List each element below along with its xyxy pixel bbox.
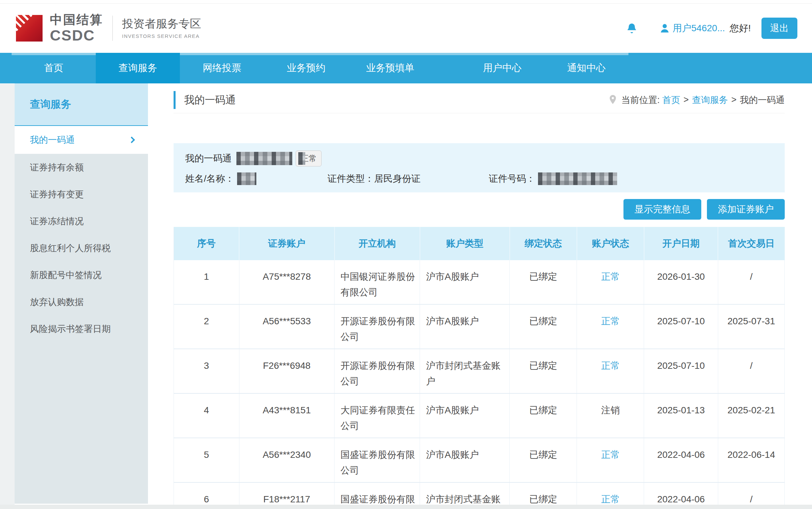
table-header-1: 证券账户	[239, 227, 335, 260]
nav-item-2[interactable]: 网络投票	[180, 53, 264, 83]
greeting-text: 您好!	[729, 22, 751, 35]
status-badge: 正常	[295, 150, 321, 166]
table-row: 2A56***5533开源证券股份有限公司沪市A股账户已绑定正常2025-07-…	[174, 304, 785, 349]
account-label: 我的一码通	[185, 152, 232, 165]
cert-no-segment: 证件号码：	[489, 172, 617, 185]
logout-button[interactable]: 退出	[761, 18, 798, 39]
table-cell: 沪市A股账户	[420, 394, 510, 438]
table-cell: 2026-01-30	[644, 260, 718, 304]
table-cell: 2025-07-31	[718, 304, 784, 349]
table-header-6: 开户日期	[644, 227, 718, 260]
table-header-3: 账户类型	[420, 227, 510, 260]
table-cell: A75***8278	[239, 260, 335, 304]
breadcrumb-section-link[interactable]: 查询服务	[692, 94, 728, 106]
sidebar-item-0[interactable]: 我的一码通	[14, 126, 148, 154]
table-cell: 沪市A股账户	[420, 260, 510, 304]
page-title-row: 我的一码通 当前位置: 首页 > 查询服务 > 我的一码通	[174, 92, 785, 113]
accounts-table-wrap: 序号证券账户开立机构账户类型绑定状态账户状态开户日期首次交易日 1A75***8…	[174, 227, 785, 509]
left-gutter	[0, 84, 14, 509]
table-cell: 正常	[577, 304, 644, 349]
account-number-line: 我的一码通 正常	[185, 151, 785, 166]
sidebar-item-7[interactable]: 风险揭示书签署日期	[14, 315, 148, 342]
table-cell: 大同证券有限责任公司	[335, 394, 420, 438]
redacted-cert-number	[538, 172, 617, 185]
table-cell: 中国银河证券股份有限公司	[335, 260, 420, 304]
nav-item-6[interactable]: 通知中心	[544, 53, 628, 83]
table-row: 5A56***2340国盛证券股份有限公司沪市A股账户已绑定正常2022-04-…	[174, 438, 785, 482]
table-cell: 2025-02-21	[718, 394, 784, 438]
sidebar-item-6[interactable]: 放弃认购数据	[14, 289, 148, 315]
table-cell: 2	[174, 304, 240, 349]
table-cell: 已绑定	[510, 260, 577, 304]
action-buttons: 显示完整信息 添加证券账户	[174, 199, 785, 219]
logo-cn-text: 中国结算	[50, 13, 103, 26]
sidebar-item-5[interactable]: 新股配号中签情况	[14, 262, 148, 289]
table-cell: 已绑定	[510, 438, 577, 482]
table-cell: A56***2340	[239, 438, 335, 482]
sidebar-item-3[interactable]: 证券冻结情况	[14, 208, 148, 235]
content-layout: 查询服务 我的一码通 证券持有余额证券持有变更证券冻结情况股息红利个人所得税新股…	[0, 83, 812, 509]
chevron-right-icon	[128, 137, 135, 143]
table-cell: 正常	[577, 438, 644, 482]
table-cell: 2025-07-10	[644, 304, 718, 349]
nav-item-5[interactable]: 用户中心	[460, 53, 544, 83]
nav-item-0[interactable]: 首页	[12, 53, 96, 83]
site-title-block: 投资者服务专区 INVESTORS SERVICE AREA	[122, 18, 201, 39]
breadcrumb-home-link[interactable]: 首页	[662, 94, 680, 106]
location-pin-icon	[608, 94, 617, 106]
cert-type-segment: 证件类型：居民身份证	[327, 172, 489, 185]
table-cell: 正常	[577, 260, 644, 304]
main-nav: 首页查询服务网络投票业务预约业务预填单用户中心通知中心	[0, 53, 812, 83]
show-full-info-button[interactable]: 显示完整信息	[623, 199, 701, 219]
csdc-logo	[16, 15, 42, 41]
user-account-link[interactable]: 用户54620...	[659, 22, 725, 35]
site-subtitle: INVESTORS SERVICE AREA	[122, 33, 201, 39]
table-cell: 2022-06-14	[718, 438, 784, 482]
breadcrumb-separator: >	[683, 95, 689, 105]
cert-no-label: 证件号码：	[489, 172, 535, 185]
cert-type-value: 居民身份证	[374, 173, 420, 184]
table-cell: A43***8151	[239, 394, 335, 438]
table-cell: /	[718, 349, 784, 394]
title-accent-bar	[174, 91, 176, 109]
table-cell: 已绑定	[510, 349, 577, 394]
top-divider	[0, 0, 812, 4]
sidebar-item-2[interactable]: 证券持有变更	[14, 181, 148, 208]
notification-bell-icon[interactable]	[626, 22, 637, 35]
breadcrumb-separator: >	[731, 95, 737, 105]
main-content: 我的一码通 当前位置: 首页 > 查询服务 > 我的一码通 我的一码通 正常	[174, 83, 785, 509]
table-cell: 1	[174, 260, 240, 304]
sidebar-item-label: 我的一码通	[30, 134, 75, 146]
page-title: 我的一码通	[184, 93, 236, 107]
table-cell: 沪市A股账户	[420, 304, 510, 349]
table-header-2: 开立机构	[335, 227, 420, 260]
table-cell: 沪市A股账户	[420, 438, 510, 482]
sidebar-item-1[interactable]: 证券持有余额	[14, 154, 148, 181]
table-header-4: 绑定状态	[510, 227, 577, 260]
table-row: 1A75***8278中国银河证券股份有限公司沪市A股账户已绑定正常2026-0…	[174, 260, 785, 304]
table-header-0: 序号	[174, 227, 240, 260]
nav-item-1[interactable]: 查询服务	[96, 53, 180, 83]
page-title-block: 我的一码通	[174, 91, 236, 109]
table-cell: 沪市封闭式基金账户	[420, 349, 510, 394]
table-cell: 4	[174, 394, 240, 438]
table-cell: 5	[174, 438, 240, 482]
table-cell: 2025-07-10	[644, 349, 718, 394]
table-cell: A56***5533	[239, 304, 335, 349]
nav-item-4[interactable]: 业务预填单	[348, 53, 432, 83]
site-title: 投资者服务专区	[122, 18, 201, 29]
sidebar-item-4[interactable]: 股息红利个人所得税	[14, 235, 148, 262]
table-cell: /	[718, 260, 784, 304]
sidebar-items: 证券持有余额证券持有变更证券冻结情况股息红利个人所得税新股配号中签情况放弃认购数…	[14, 154, 148, 504]
table-cell: 3	[174, 349, 240, 394]
nav-item-3[interactable]: 业务预约	[264, 53, 348, 83]
table-cell: 注销	[577, 394, 644, 438]
table-header-row: 序号证券账户开立机构账户类型绑定状态账户状态开户日期首次交易日	[174, 227, 785, 260]
sidebar-title: 查询服务	[14, 83, 148, 126]
user-name: 用户54620...	[673, 22, 725, 35]
table-cell: 2022-04-06	[644, 438, 718, 482]
brand-block: 中国结算 CSDC 投资者服务专区 INVESTORS SERVICE AREA	[16, 13, 201, 43]
add-securities-account-button[interactable]: 添加证券账户	[707, 199, 785, 219]
logo-text: 中国结算 CSDC	[50, 13, 103, 43]
table-row: 3F26***6948开源证券股份有限公司沪市封闭式基金账户已绑定正常2025-…	[174, 349, 785, 394]
